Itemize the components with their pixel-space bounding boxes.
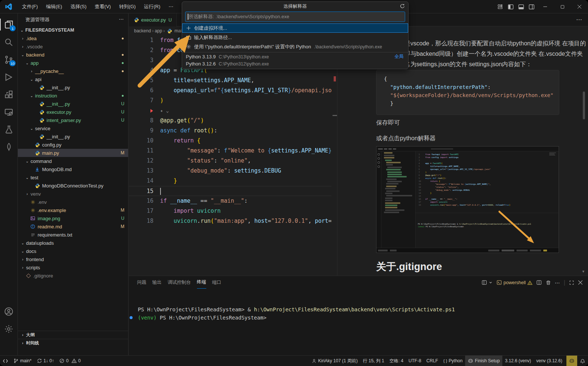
tree-folder-.idea[interactable]: ›.idea: [18, 34, 128, 42]
menu-item-2[interactable]: 选择(S): [66, 2, 90, 12]
statusbar-python-interpreter[interactable]: 3.12.6 (venv): [502, 356, 534, 366]
tree-file-.env[interactable]: .env: [18, 198, 128, 206]
statusbar-encoding[interactable]: UTF-8: [406, 356, 424, 366]
panel-more-actions-icon[interactable]: ⋯: [555, 280, 560, 286]
tree-folder-backend[interactable]: ⌄backend: [18, 51, 128, 59]
scrollbar-thumb[interactable]: [333, 115, 337, 116]
maximize-panel-icon[interactable]: [569, 280, 574, 285]
outline-section[interactable]: ›大纲: [18, 331, 128, 339]
quickpick-item-tag-global[interactable]: 全局: [394, 54, 404, 60]
tree-file-requirements.txt[interactable]: requirements.txt: [18, 231, 128, 239]
menu-item-5[interactable]: 运行(R): [140, 2, 164, 12]
tree-folder-api[interactable]: ⌄api: [18, 75, 128, 83]
tree-file-intent_parser.py[interactable]: intent_parser.pyU: [18, 116, 128, 124]
tree-file-MongoDBConnectionTest.py[interactable]: MongoDBConnectionTest.py: [18, 182, 128, 190]
editor-more-actions-icon[interactable]: ⋯: [576, 16, 582, 23]
breadcrumb-item[interactable]: app: [155, 28, 162, 33]
statusbar-python-env[interactable]: venv (3.12.6): [534, 356, 565, 366]
panel-tab-端口[interactable]: 端口: [212, 276, 222, 289]
statusbar-cursor-position[interactable]: 行 15, 列 1: [360, 356, 387, 366]
tree-folder-command[interactable]: ⌄command: [18, 157, 128, 165]
refresh-interpreters-icon[interactable]: [400, 3, 405, 9]
preview-scrollbar-thumb[interactable]: [583, 92, 585, 119]
customize-layout-icon[interactable]: [495, 2, 505, 12]
close-window-button[interactable]: [571, 0, 588, 13]
statusbar-copilot-status[interactable]: [566, 356, 577, 366]
preview-scroll-down-icon[interactable]: ▼: [582, 270, 585, 273]
explorer-more-actions-icon[interactable]: ⋯: [119, 16, 124, 22]
quickpick-item-3[interactable]: Python 3.13.9C:\Python313\python.exe全局: [182, 53, 408, 60]
maximize-button[interactable]: [554, 0, 571, 13]
kill-terminal-icon[interactable]: [546, 280, 551, 285]
activitybar-explorer-icon[interactable]: 1: [0, 16, 18, 33]
breadcrumb-item[interactable]: backend: [134, 28, 151, 33]
terminal-content[interactable]: PS H:\OwnProject\FilesReadSysteam> & h:\…: [133, 306, 588, 355]
activitybar-settings-icon[interactable]: [0, 321, 18, 337]
activitybar-mongodb-icon[interactable]: [0, 139, 18, 155]
menu-more[interactable]: ⋯: [164, 2, 177, 12]
tree-folder-scripts[interactable]: ›scripts: [18, 263, 128, 272]
quickpick-item-1[interactable]: 输入解释器路径...: [182, 33, 408, 42]
activitybar-run-debug-icon[interactable]: [0, 69, 18, 85]
tree-file-__init__.py[interactable]: __init__.py: [18, 132, 128, 141]
close-panel-icon[interactable]: [578, 280, 583, 285]
statusbar-blame[interactable]: KiriAky 107 (1 周前): [309, 356, 360, 366]
tree-file-.gitignore[interactable]: .gitignore: [18, 272, 128, 280]
menu-item-0[interactable]: 文件(F): [18, 2, 42, 12]
tree-file-executor.py[interactable]: executor.pyU: [18, 108, 128, 116]
editor-scrollbar[interactable]: [333, 35, 337, 276]
tree-folder-instruction[interactable]: ⌄instruction: [18, 92, 128, 100]
toggle-sidebar-icon[interactable]: [506, 2, 515, 12]
tree-folder-data_uploads[interactable]: ⌄data\uploads: [18, 239, 128, 247]
statusbar-problems[interactable]: 00: [57, 356, 83, 366]
activitybar-testing-icon[interactable]: [0, 121, 18, 138]
toggle-panel-icon[interactable]: [516, 2, 526, 12]
menu-item-1[interactable]: 编辑(E): [42, 2, 66, 12]
tree-folder-app[interactable]: ⌄app: [18, 59, 128, 67]
tab-executor-py[interactable]: executor.py U: [129, 13, 177, 26]
profile-chevron-icon[interactable]: [489, 280, 493, 285]
panel-tab-终端[interactable]: 终端: [197, 276, 206, 289]
statusbar-eol[interactable]: CRLF: [424, 356, 441, 366]
toggle-secondary-sidebar-icon[interactable]: [527, 2, 536, 12]
tree-folder-test[interactable]: ⌄test: [18, 173, 128, 182]
activitybar-search-icon[interactable]: [0, 34, 18, 50]
terminal-instance-powershell[interactable]: powershell: [496, 280, 533, 285]
statusbar-notifications[interactable]: [577, 356, 588, 366]
split-terminal-icon[interactable]: [536, 280, 542, 285]
quickpick-item-4[interactable]: Python 3.12.6C:\Python312\python.exe: [182, 60, 408, 67]
activitybar-extensions-icon[interactable]: [0, 86, 18, 103]
timeline-section[interactable]: ›时间线: [18, 339, 128, 347]
preview-scroll-up-icon[interactable]: ▲: [582, 41, 585, 45]
activitybar-remote-explorer-icon[interactable]: [0, 104, 18, 120]
tree-folder-docs[interactable]: ⌄docs: [18, 247, 128, 255]
tree-file-image.png[interactable]: image.pngU: [18, 214, 128, 222]
tree-file-.env.example[interactable]: .env.exampleM: [18, 206, 128, 214]
statusbar-indentation[interactable]: 空格: 4: [387, 356, 406, 366]
tree-file-MongoDB.md[interactable]: MongoDB.md: [18, 165, 128, 173]
minimize-button[interactable]: [537, 0, 554, 13]
statusbar-finish-setup[interactable]: Finish Setup: [465, 356, 502, 366]
tree-folder-__pycache__[interactable]: ›__pycache__: [18, 67, 128, 75]
quickpick-item-0[interactable]: 创建虚拟环境...: [182, 23, 408, 33]
tree-folder-service[interactable]: ⌄service: [18, 124, 128, 132]
copilot-sparkle-icon[interactable]: ✦ ⌄: [160, 106, 169, 116]
panel-tab-输出[interactable]: 输出: [152, 276, 162, 289]
tree-file-main.py[interactable]: main.pyM: [18, 149, 128, 157]
tree-folder-frontend[interactable]: ›frontend: [18, 255, 128, 263]
menu-item-4[interactable]: 转到(G): [115, 2, 140, 12]
panel-tab-调试控制台[interactable]: 调试控制台: [168, 276, 191, 289]
launch-profile-icon[interactable]: [481, 280, 487, 285]
tree-file-__init__.py[interactable]: __init__.pyU: [18, 100, 128, 108]
code-editor[interactable]: 1from fastapi import FastAPI2from config…: [129, 35, 331, 276]
activitybar-source-control-icon[interactable]: 10: [0, 51, 18, 68]
statusbar-remote-indicator[interactable]: [0, 356, 11, 366]
statusbar-git-branch[interactable]: main*: [11, 356, 34, 366]
quickpick-item-2[interactable]: 使用 \"python.defaultInterpreterPath\" 设置中…: [182, 42, 408, 51]
activitybar-accounts-icon[interactable]: [0, 303, 18, 320]
tree-file-readme.md[interactable]: readme.mdM: [18, 222, 128, 231]
interpreter-input[interactable]: 所选解释器: .\backend\venv\Scripts\python.exe: [185, 12, 405, 22]
menu-item-3[interactable]: 查看(V): [90, 2, 115, 12]
tree-file-config.py[interactable]: config.py: [18, 141, 128, 149]
tree-folder-venv[interactable]: ›venv: [18, 190, 128, 198]
